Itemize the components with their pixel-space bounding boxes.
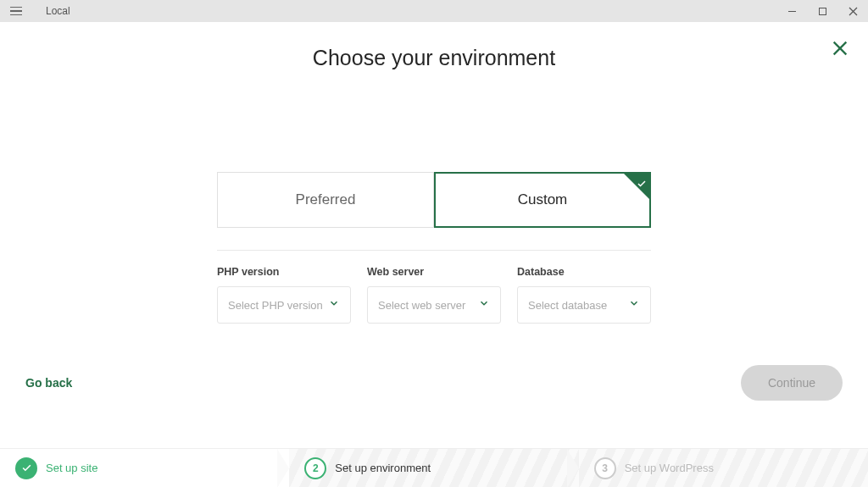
option-preferred-label: Preferred (296, 191, 356, 208)
php-version-group: PHP version Select PHP version (217, 266, 351, 324)
database-select[interactable]: Select database (517, 286, 651, 324)
chevron-down-icon (628, 297, 640, 313)
hamburger-menu-icon[interactable] (7, 3, 25, 19)
step-label: Set up WordPress (625, 462, 714, 474)
step-setup-site: Set up site (0, 449, 289, 487)
step-label: Set up site (46, 462, 97, 474)
stepper: Set up site 2 Set up environment 3 Set u… (0, 448, 868, 487)
step-arrow (277, 449, 289, 487)
database-group: Database Select database (517, 266, 651, 324)
step-setup-environment: 2 Set up environment (289, 449, 578, 487)
go-back-link[interactable]: Go back (25, 376, 72, 390)
database-placeholder: Select database (528, 299, 607, 312)
web-server-group: Web server Select web server (367, 266, 501, 324)
environment-options: Preferred Custom (217, 172, 651, 228)
titlebar: Local (0, 0, 868, 22)
step-arrow (567, 449, 579, 487)
main-content: Choose your environment Preferred Custom… (0, 22, 868, 448)
step-done-circle (15, 457, 37, 479)
web-server-select[interactable]: Select web server (367, 286, 501, 324)
window-controls (776, 0, 868, 22)
step-active-circle: 2 (304, 457, 326, 479)
chevron-down-icon (328, 297, 340, 313)
window-maximize-button[interactable] (807, 0, 837, 22)
window-minimize-button[interactable] (776, 0, 807, 22)
database-label: Database (517, 266, 651, 278)
footer-actions: Go back Continue (0, 365, 868, 401)
check-icon (637, 176, 647, 193)
web-server-placeholder: Select web server (378, 299, 465, 312)
option-custom[interactable]: Custom (434, 172, 651, 228)
window-close-button[interactable] (837, 0, 868, 22)
custom-settings: PHP version Select PHP version Web serve… (217, 266, 651, 324)
svg-rect-1 (819, 8, 826, 14)
app-title: Local (46, 5, 70, 17)
option-custom-label: Custom (518, 191, 568, 208)
php-version-label: PHP version (217, 266, 351, 278)
option-preferred[interactable]: Preferred (217, 172, 434, 228)
php-version-placeholder: Select PHP version (228, 299, 323, 312)
page-title: Choose your environment (313, 46, 555, 70)
web-server-label: Web server (367, 266, 501, 278)
divider (217, 250, 651, 251)
step-pending-circle: 3 (594, 457, 616, 479)
step-label: Set up environment (335, 462, 431, 474)
chevron-down-icon (478, 297, 490, 313)
close-dialog-button[interactable] (831, 39, 849, 61)
continue-button[interactable]: Continue (741, 365, 843, 401)
step-setup-wordpress: 3 Set up WordPress (579, 449, 868, 487)
php-version-select[interactable]: Select PHP version (217, 286, 351, 324)
